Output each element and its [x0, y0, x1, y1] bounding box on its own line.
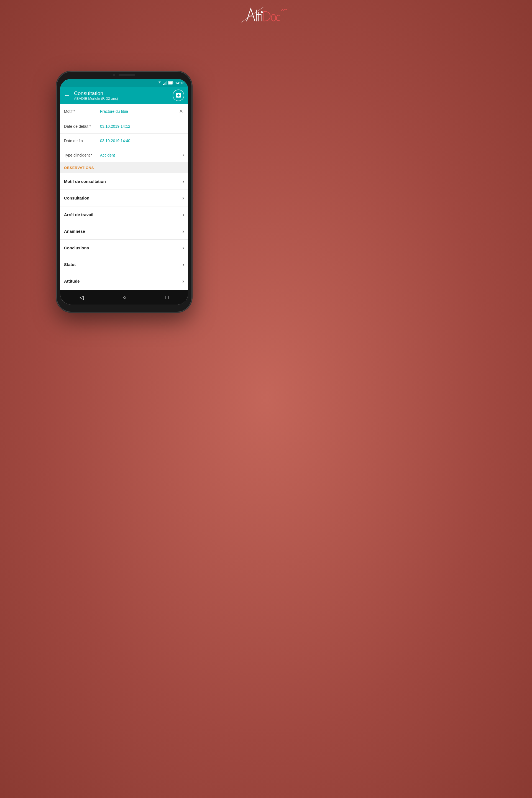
conclusions-item[interactable]: Conclusions › [60, 240, 188, 256]
svg-rect-8 [173, 82, 173, 83]
motif-value: Fracture du tibia [100, 109, 178, 114]
back-button[interactable]: ← [64, 92, 70, 99]
motif-consultation-arrow-icon: › [182, 178, 184, 185]
status-icons [157, 81, 173, 85]
date-fin-label: Date de fin [64, 138, 100, 143]
home-nav-button[interactable]: ○ [118, 292, 131, 303]
date-debut-label: Date de début * [64, 124, 100, 129]
arret-travail-arrow-icon: › [182, 211, 184, 218]
svg-rect-7 [169, 82, 172, 84]
status-bar: 14:13 [60, 79, 188, 87]
recent-nav-button[interactable]: □ [161, 292, 173, 303]
svg-rect-3 [164, 83, 165, 85]
statut-item[interactable]: Statut › [60, 256, 188, 273]
wifi-icon [157, 81, 162, 85]
app-bar-title: Consultation ABADIE Muriele (F, 32 ans) [74, 90, 173, 100]
motif-label: Motif * [64, 109, 100, 114]
date-fin-value: 03.10.2019 14:40 [100, 138, 184, 143]
status-time: 14:13 [175, 81, 184, 85]
attitude-item[interactable]: Attitude › [60, 273, 188, 289]
anamnese-arrow-icon: › [182, 228, 184, 234]
conclusions-label: Conclusions [64, 246, 182, 250]
phone-frame: 14:13 ← Consultation ABADIE Muriele (F, … [56, 71, 192, 312]
app-bar: ← Consultation ABADIE Muriele (F, 32 ans… [60, 87, 188, 104]
statut-label: Statut [64, 262, 182, 267]
phone-top-bar [60, 71, 188, 79]
consultation-item[interactable]: Consultation › [60, 190, 188, 206]
motif-field[interactable]: Motif * Fracture du tibia ✕ [60, 104, 188, 119]
page-title: Consultation [74, 90, 173, 96]
battery-icon [168, 81, 173, 84]
date-fin-field[interactable]: Date de fin 03.10.2019 14:40 [60, 134, 188, 148]
app-logo [238, 4, 248, 26]
observations-label: OBSERVATIONS [64, 166, 94, 170]
medical-icon [175, 92, 182, 98]
date-debut-field[interactable]: Date de début * 03.10.2019 14:12 [60, 119, 188, 134]
type-incident-value: Accident [100, 153, 183, 157]
nav-bar: ◁ ○ □ [60, 290, 188, 305]
observations-section-header: OBSERVATIONS [60, 163, 188, 173]
consultation-label: Consultation [64, 196, 182, 200]
motif-consultation-label: Motif de consultation [64, 179, 182, 184]
statut-arrow-icon: › [182, 261, 184, 268]
consultation-arrow-icon: › [182, 195, 184, 201]
back-nav-button[interactable]: ◁ [75, 292, 88, 303]
svg-rect-4 [165, 82, 166, 85]
patient-info: ABADIE Muriele (F, 32 ans) [74, 96, 173, 100]
attitude-arrow-icon: › [182, 278, 184, 284]
attitude-label: Attitude [64, 279, 182, 283]
type-incident-label: Type d'incident * [64, 153, 100, 157]
date-debut-value: 03.10.2019 14:12 [100, 124, 184, 129]
arret-travail-item[interactable]: Arrêt de travail › [60, 206, 188, 223]
signal-icon [163, 81, 167, 85]
arret-travail-label: Arrêt de travail [64, 212, 182, 217]
motif-consultation-item[interactable]: Motif de consultation › [60, 173, 188, 190]
content-area: Motif * Fracture du tibia ✕ Date de débu… [60, 104, 188, 290]
anamnese-item[interactable]: Anamnèse › [60, 223, 188, 240]
anamnese-label: Anamnèse [64, 229, 182, 233]
svg-rect-5 [166, 81, 167, 85]
type-incident-arrow-icon: › [183, 152, 184, 158]
type-incident-field[interactable]: Type d'incident * Accident › [60, 148, 188, 163]
emergency-button[interactable] [173, 90, 184, 101]
svg-rect-2 [163, 84, 164, 85]
speaker-grill [119, 74, 135, 76]
motif-clear-button[interactable]: ✕ [178, 107, 184, 116]
camera-dot [113, 74, 115, 76]
conclusions-arrow-icon: › [182, 245, 184, 251]
screen: 14:13 ← Consultation ABADIE Muriele (F, … [60, 79, 188, 305]
